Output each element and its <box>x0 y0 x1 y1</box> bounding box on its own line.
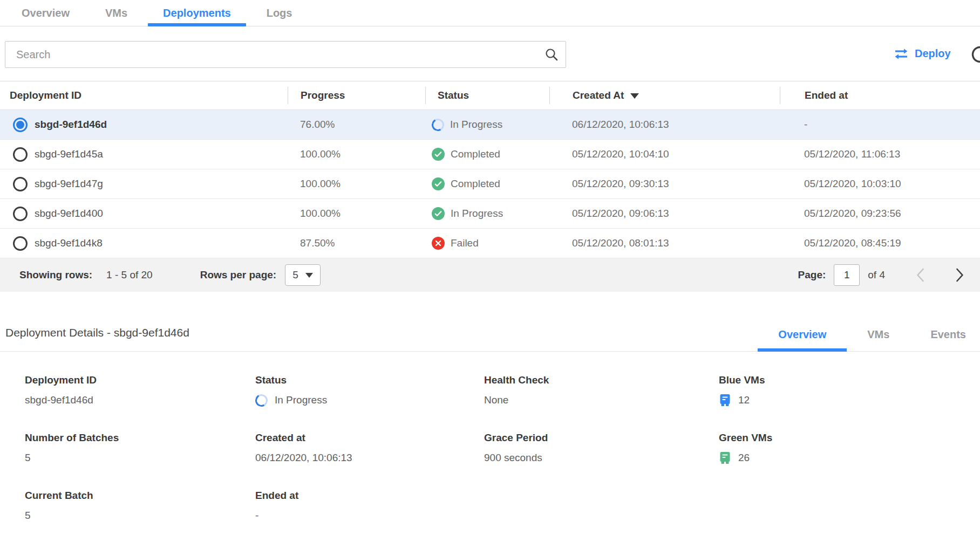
previous-page-button[interactable] <box>916 268 924 283</box>
status-cell: Failed <box>425 237 549 250</box>
field-current-batch: Current Batch 5 <box>25 490 255 523</box>
completed-check-icon <box>432 177 445 190</box>
ended-at-cell: - <box>780 119 980 131</box>
field-blue-vms: Blue VMs 12 <box>719 374 980 407</box>
ended-at-cell: 05/12/2020, 10:03:10 <box>780 178 980 190</box>
green-vm-icon <box>719 451 731 465</box>
deploy-label: Deploy <box>915 47 951 60</box>
deployment-details-panel: Deployment Details - sbgd-9ef1d46d Overv… <box>0 318 980 535</box>
created-at-cell: 05/12/2020, 08:01:13 <box>549 237 780 249</box>
field-green-vms: Green VMs 26 <box>719 432 980 465</box>
status-cell: Completed <box>425 148 549 161</box>
row-radio[interactable] <box>13 236 28 251</box>
field-grace-period: Grace Period 900 seconds <box>484 432 719 465</box>
ended-at-cell: 05/12/2020, 09:23:56 <box>780 208 980 220</box>
search-input[interactable] <box>5 41 566 68</box>
pagination: Page: of 4 <box>798 264 964 286</box>
tab-deployments[interactable]: Deployments <box>148 0 246 26</box>
progress-cell: 76.00% <box>288 119 425 131</box>
sort-descending-icon <box>630 93 639 99</box>
deployment-id-cell: sbgd-9ef1d4k8 <box>35 237 103 249</box>
completed-check-icon <box>432 207 445 220</box>
table-footer: Showing rows: 1 - 5 of 20 Rows per page:… <box>0 258 980 292</box>
next-page-button[interactable] <box>956 268 964 283</box>
tab-logs[interactable]: Logs <box>251 0 308 26</box>
empty-cell <box>719 490 980 523</box>
created-at-cell: 05/12/2020, 09:30:13 <box>549 178 780 190</box>
col-header-deployment-id: Deployment ID <box>0 87 288 104</box>
details-tab-events[interactable]: Events <box>910 318 980 352</box>
showing-rows-value: 1 - 5 of 20 <box>106 269 153 281</box>
page-label: Page: <box>798 269 826 281</box>
top-tab-bar: Overview VMs Deployments Logs <box>0 0 980 26</box>
ended-at-cell: 05/12/2020, 11:06:13 <box>780 148 980 160</box>
progress-cell: 100.00% <box>288 208 425 220</box>
deploy-swap-icon <box>894 48 909 60</box>
created-at-cell: 05/12/2020, 09:06:13 <box>549 208 780 220</box>
table-header-row: Deployment ID Progress Status Created At… <box>0 81 980 110</box>
deployment-id-cell: sbgd-9ef1d400 <box>35 208 103 220</box>
row-radio[interactable] <box>13 207 28 221</box>
status-cell: In Progress <box>425 207 549 220</box>
tab-vms[interactable]: VMs <box>90 0 142 26</box>
toolbar: Deploy <box>0 26 980 81</box>
table-row[interactable]: sbgd-9ef1d47g 100.00% Completed 05/12/20… <box>0 169 980 199</box>
in-progress-spinner-icon <box>254 393 269 408</box>
deployment-id-cell: sbgd-9ef1d47g <box>35 178 103 190</box>
chevron-right-icon <box>956 268 964 283</box>
field-created-at: Created at 06/12/2020, 10:06:13 <box>255 432 484 465</box>
table-row[interactable]: sbgd-9ef1d45a 100.00% Completed 05/12/20… <box>0 140 980 169</box>
details-tab-vms[interactable]: VMs <box>847 318 910 352</box>
deploy-button[interactable]: Deploy <box>890 47 954 60</box>
search-box <box>5 41 566 68</box>
details-header: Deployment Details - sbgd-9ef1d46d Overv… <box>0 318 980 352</box>
status-cell: In Progress <box>425 119 549 131</box>
chevron-down-icon <box>305 273 313 278</box>
progress-cell: 100.00% <box>288 178 425 190</box>
deployments-table: Deployment ID Progress Status Created At… <box>0 81 980 292</box>
details-title: Deployment Details - sbgd-9ef1d46d <box>5 326 189 339</box>
page-number-input[interactable] <box>834 264 860 286</box>
field-ended-at: Ended at - <box>255 490 484 523</box>
field-health-check: Health Check None <box>484 374 719 407</box>
table-row[interactable]: sbgd-9ef1d46d 76.00% In Progress 06/12/2… <box>0 110 980 140</box>
col-header-created-at[interactable]: Created At <box>549 87 780 104</box>
row-radio[interactable] <box>13 177 28 191</box>
failed-x-icon <box>432 237 445 250</box>
col-header-status: Status <box>425 87 549 104</box>
rows-per-page-label: Rows per page: <box>200 269 276 281</box>
row-radio-selected[interactable] <box>13 118 28 132</box>
refresh-icon[interactable] <box>970 45 980 64</box>
empty-cell <box>484 490 719 523</box>
deployments-page: Overview VMs Deployments Logs Deploy <box>0 0 980 535</box>
status-cell: Completed <box>425 177 549 190</box>
table-row[interactable]: sbgd-9ef1d4k8 87.50% Failed 05/12/2020, … <box>0 229 980 258</box>
completed-check-icon <box>432 148 445 161</box>
deployment-id-cell: sbgd-9ef1d46d <box>35 119 107 131</box>
col-header-ended-at: Ended at <box>780 87 980 104</box>
field-status: Status In Progress <box>255 374 484 407</box>
chevron-left-icon <box>916 268 924 283</box>
blue-vm-icon <box>719 394 731 407</box>
field-deployment-id: Deployment ID sbgd-9ef1d46d <box>25 374 255 407</box>
search-icon <box>545 47 559 61</box>
rows-per-page-select[interactable]: 5 <box>285 264 321 286</box>
progress-cell: 87.50% <box>288 237 425 249</box>
created-at-cell: 05/12/2020, 10:04:10 <box>549 148 780 160</box>
progress-cell: 100.00% <box>288 148 425 160</box>
field-number-of-batches: Number of Batches 5 <box>25 432 255 465</box>
col-header-progress: Progress <box>288 87 425 104</box>
in-progress-spinner-icon <box>430 117 445 132</box>
row-radio[interactable] <box>13 147 28 162</box>
details-grid: Deployment ID sbgd-9ef1d46d Status In Pr… <box>0 352 980 535</box>
created-at-cell: 06/12/2020, 10:06:13 <box>549 119 780 131</box>
details-tab-overview[interactable]: Overview <box>758 318 847 352</box>
page-total: of 4 <box>868 269 885 281</box>
ended-at-cell: 05/12/2020, 08:45:19 <box>780 237 980 249</box>
deployment-id-cell: sbgd-9ef1d45a <box>35 148 103 160</box>
showing-rows-label: Showing rows: <box>19 269 92 281</box>
table-row[interactable]: sbgd-9ef1d400 100.00% In Progress 05/12/… <box>0 199 980 229</box>
details-tab-bar: Overview VMs Events <box>758 318 980 352</box>
tab-overview[interactable]: Overview <box>6 0 85 26</box>
